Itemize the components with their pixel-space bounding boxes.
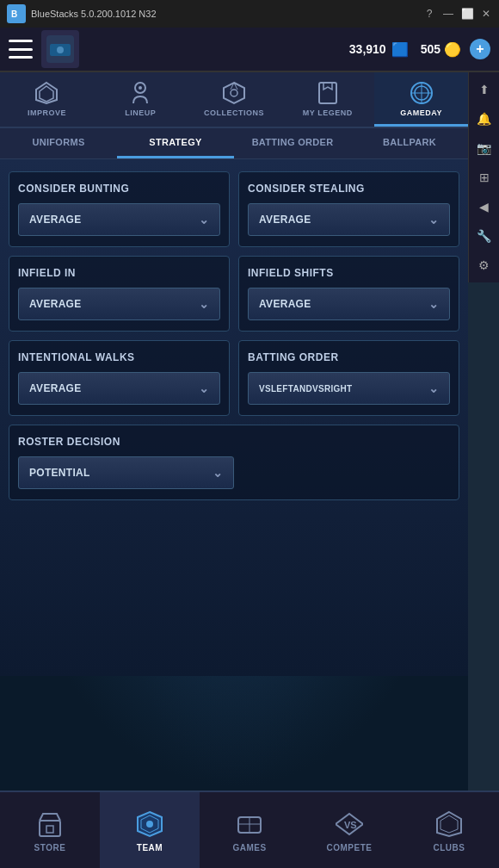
gold-amount: 505 <box>421 42 440 56</box>
side-btn-camera[interactable]: 📷 <box>471 134 498 162</box>
tab-collections[interactable]: COLLECTIONS <box>188 72 281 127</box>
chevron-down-icon: ⌄ <box>428 381 439 395</box>
roster-decision-label: ROSTER DECISION <box>18 436 450 448</box>
chevron-down-icon: ⌄ <box>428 213 439 226</box>
window-controls: ? — ⬜ ✕ <box>423 8 492 20</box>
batting-order-label: BATTING ORDER <box>248 351 450 363</box>
side-btn-back[interactable]: ◀ <box>471 193 498 220</box>
tab-gameday-label: GAMEDAY <box>400 108 442 117</box>
svg-marker-6 <box>40 86 53 102</box>
infield-shifts-select[interactable]: AVERAGE ⌄ <box>248 288 450 320</box>
batting-order-card: BATTING ORDER VSLEFTANDVSRIGHT ⌄ <box>238 340 459 416</box>
subtab-ballpark[interactable]: BALLPARK <box>351 128 468 158</box>
intentional-walks-label: INTENTIONAL WALKS <box>18 351 220 363</box>
infield-in-value: AVERAGE <box>29 298 82 310</box>
subtab-uniforms[interactable]: UNIFORMS <box>0 128 117 158</box>
sub-tabs: UNIFORMS STRATEGY BATTING ORDER BALLPARK <box>0 128 468 159</box>
bottom-nav: STORE TEAM GAMES VS COMPETE <box>0 790 499 868</box>
svg-rect-10 <box>319 83 336 103</box>
coin-amount: 33,910 <box>349 42 386 56</box>
chevron-down-icon: ⌄ <box>213 466 223 480</box>
title-bar: B BlueStacks 5.0.200.1012 N32 ? — ⬜ ✕ <box>0 0 499 28</box>
svg-rect-16 <box>46 826 53 833</box>
svg-point-4 <box>57 46 64 53</box>
side-btn-tool[interactable]: 🔧 <box>471 222 498 250</box>
side-btn-settings[interactable]: ⚙ <box>471 251 498 279</box>
chevron-down-icon: ⌄ <box>428 297 439 311</box>
intentional-walks-select[interactable]: AVERAGE ⌄ <box>18 372 220 405</box>
side-btn-up[interactable]: ⬆ <box>471 76 498 103</box>
store-icon <box>34 809 65 840</box>
bottom-nav-games[interactable]: GAMES <box>200 792 299 868</box>
tab-collections-label: COLLECTIONS <box>204 108 264 117</box>
consider-stealing-value: AVERAGE <box>259 214 311 226</box>
clubs-icon <box>434 809 465 840</box>
bottom-nav-games-label: GAMES <box>232 843 266 852</box>
intentional-walks-value: AVERAGE <box>29 382 82 394</box>
consider-bunting-card: CONSIDER BUNTING AVERAGE ⌄ <box>9 171 230 247</box>
side-btn-notify[interactable]: 🔔 <box>471 105 498 133</box>
tab-lineup-label: LINEUP <box>125 108 156 117</box>
side-toolbar: ⬆ 🔔 📷 ⊞ ◀ 🔧 ⚙ <box>468 72 499 282</box>
tab-improve[interactable]: IMPROVE <box>0 72 94 127</box>
coin-icon: 🟦 <box>391 41 409 58</box>
side-btn-frame[interactable]: ⊞ <box>471 164 498 191</box>
infield-in-label: INFIELD IN <box>18 267 220 279</box>
strategy-grid: CONSIDER BUNTING AVERAGE ⌄ CONSIDER STEA… <box>9 171 459 500</box>
tab-improve-label: IMPROVE <box>28 108 66 117</box>
add-currency-btn[interactable]: + <box>470 39 490 59</box>
roster-decision-value: POTENTIAL <box>29 467 90 479</box>
batting-order-value: VSLEFTANDVSRIGHT <box>259 384 353 394</box>
svg-rect-15 <box>40 821 60 836</box>
roster-decision-card: ROSTER DECISION POTENTIAL ⌄ <box>9 425 459 500</box>
infield-in-select[interactable]: AVERAGE ⌄ <box>18 288 220 320</box>
batting-order-select[interactable]: VSLEFTANDVSRIGHT ⌄ <box>248 372 450 405</box>
bottom-nav-clubs-label: CLUBS <box>434 843 465 852</box>
hamburger-menu[interactable] <box>9 40 33 59</box>
tab-lineup[interactable]: LINEUP <box>94 72 188 127</box>
svg-text:VS: VS <box>344 820 357 830</box>
bottom-nav-clubs[interactable]: CLUBS <box>399 792 499 868</box>
tab-gameday[interactable]: GAMEDAY <box>374 72 468 127</box>
consider-bunting-select[interactable]: AVERAGE ⌄ <box>18 203 220 236</box>
minimize-btn[interactable]: — <box>442 8 454 20</box>
tab-mylegend[interactable]: MY LEGEND <box>280 72 374 127</box>
subtab-battingorder[interactable]: BATTING ORDER <box>234 128 351 158</box>
infield-shifts-card: INFIELD SHIFTS AVERAGE ⌄ <box>238 256 459 332</box>
intentional-walks-card: INTENTIONAL WALKS AVERAGE ⌄ <box>9 340 230 416</box>
coins-section: 33,910 🟦 <box>349 41 409 58</box>
bottom-nav-compete[interactable]: VS COMPETE <box>299 792 399 868</box>
subtab-strategy[interactable]: STRATEGY <box>117 128 234 158</box>
bottom-nav-store[interactable]: STORE <box>0 792 100 868</box>
infield-shifts-label: INFIELD SHIFTS <box>248 267 450 279</box>
consider-stealing-label: CONSIDER STEALING <box>248 183 450 195</box>
consider-bunting-label: CONSIDER BUNTING <box>18 183 220 195</box>
chevron-down-icon: ⌄ <box>199 381 209 395</box>
games-icon <box>234 809 265 840</box>
consider-bunting-value: AVERAGE <box>29 214 82 226</box>
infield-in-card: INFIELD IN AVERAGE ⌄ <box>9 256 230 332</box>
compete-icon: VS <box>334 809 365 840</box>
nav-tabs: IMPROVE LINEUP COLLECTIONS MY LEGEND <box>0 72 468 128</box>
app-title: BlueStacks 5.0.200.1012 N32 <box>31 9 157 19</box>
bottom-nav-store-label: STORE <box>34 843 66 852</box>
bottom-nav-compete-label: COMPETE <box>327 843 373 852</box>
game-icon <box>41 30 79 68</box>
tab-mylegend-label: MY LEGEND <box>303 108 353 117</box>
svg-text:B: B <box>11 9 17 19</box>
close-btn[interactable]: ✕ <box>480 8 492 20</box>
restore-btn[interactable]: ⬜ <box>461 8 473 20</box>
bottom-nav-team[interactable]: TEAM <box>100 792 200 868</box>
roster-decision-select[interactable]: POTENTIAL ⌄ <box>18 456 234 489</box>
consider-stealing-select[interactable]: AVERAGE ⌄ <box>248 203 450 236</box>
infield-shifts-value: AVERAGE <box>259 298 311 310</box>
bottom-nav-team-label: TEAM <box>137 843 163 852</box>
svg-point-8 <box>139 86 142 90</box>
app-logo: B <box>7 4 26 23</box>
chevron-down-icon: ⌄ <box>199 213 209 226</box>
svg-point-17 <box>146 821 153 828</box>
gold-section: 505 🟡 + <box>421 39 490 59</box>
content-wrapper: IMPROVE LINEUP COLLECTIONS MY LEGEND <box>0 72 468 790</box>
top-bar: 33,910 🟦 505 🟡 + <box>0 28 499 72</box>
help-btn[interactable]: ? <box>423 8 435 20</box>
